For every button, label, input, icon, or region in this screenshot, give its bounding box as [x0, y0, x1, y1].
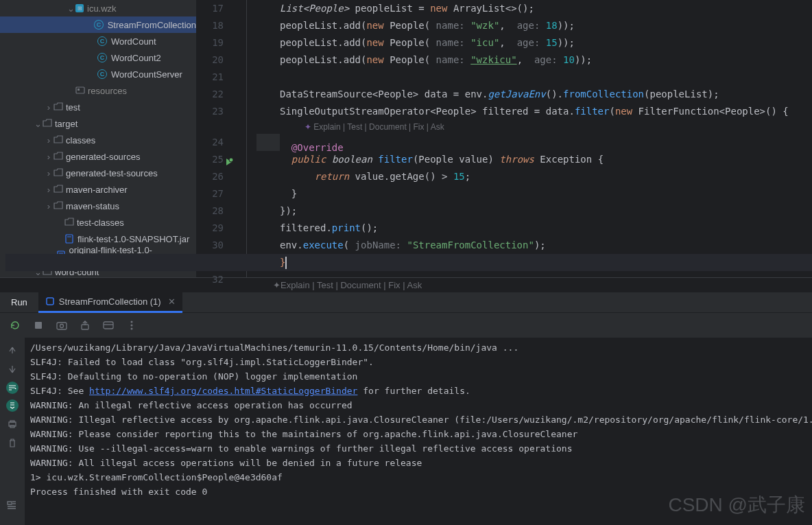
wrap-icon[interactable]: [6, 382, 19, 394]
fold-bar: [236, 0, 247, 277]
svg-rect-9: [57, 323, 67, 329]
tree-label: generated-sources: [66, 152, 140, 162]
layout-icon[interactable]: [102, 318, 115, 332]
chevron-right-icon: ›: [44, 168, 53, 178]
line-gutter: 17181920212223242526272829303132: [196, 0, 236, 277]
folder-icon: [53, 201, 63, 211]
run-tab-label: StreamFromCollection (1): [59, 296, 161, 307]
tree-item-generated-test-sources[interactable]: ›generated-test-sources: [0, 165, 196, 181]
console-line: WARNING: Use --illegal-access=warn to en…: [30, 441, 812, 456]
package-icon: ⊞: [75, 4, 84, 12]
rerun-button[interactable]: [8, 318, 22, 332]
inline-ai-lens[interactable]: ✦ Explain | Test | Document | Fix | Ask: [280, 120, 812, 134]
class-icon: C: [97, 53, 107, 62]
class-icon: C: [94, 20, 104, 30]
close-icon[interactable]: ✕: [168, 296, 176, 307]
tree-label: target: [55, 119, 77, 129]
down-arrow-icon[interactable]: [5, 362, 19, 376]
tree-item-wordcountserver[interactable]: CWordCountServer: [0, 66, 196, 82]
project-tree[interactable]: ⌄⊞icu.wzkCStreamFromCollectionCWordCount…: [0, 0, 196, 277]
tree-label: generated-test-sources: [66, 168, 158, 178]
tree-label: test: [66, 102, 80, 113]
tree-label: WordCount2: [111, 53, 161, 63]
svg-rect-7: [47, 298, 53, 305]
console-line: SLF4J: Defaulting to no-operation (NOP) …: [30, 369, 812, 384]
folder-icon: [43, 119, 52, 129]
code-editor[interactable]: 17181920212223242526272829303132 List<Pe…: [196, 0, 812, 277]
tree-label: resources: [88, 86, 127, 96]
chevron-right-icon: ›: [44, 185, 53, 194]
svg-rect-2: [66, 235, 73, 243]
tree-item-target[interactable]: ⌄target: [0, 115, 196, 132]
tree-label: maven-archiver: [66, 185, 128, 195]
tree-label: maven-status: [66, 201, 119, 211]
tree-item-generated-sources[interactable]: ›generated-sources: [0, 148, 196, 165]
folder-icon: [64, 218, 74, 228]
svg-point-14: [131, 321, 133, 323]
export-icon[interactable]: [78, 318, 92, 332]
tree-item-streamfromcollection[interactable]: CStreamFromCollection: [0, 16, 196, 33]
tree-label: test-classes: [77, 218, 124, 228]
console-line: WARNING: An illegal reflective access op…: [30, 398, 812, 412]
tree-label: icu.wzk: [87, 3, 117, 14]
console-output[interactable]: /Users/wuzikang/Library/Java/JavaVirtual…: [25, 338, 812, 525]
console-line: WARNING: All illegal access operations w…: [30, 456, 812, 470]
svg-point-15: [131, 325, 133, 327]
svg-rect-11: [82, 325, 88, 329]
run-tool-window: Run StreamFromCollection (1) ✕: [0, 292, 812, 525]
console-line: SLF4J: See http://www.slf4j.org/codes.ht…: [30, 384, 812, 398]
tree-item-wordcount[interactable]: CWordCount: [0, 33, 196, 49]
jar-icon: [64, 234, 74, 244]
application-icon: [45, 296, 55, 306]
tree-item-test-classes[interactable]: test-classes: [0, 214, 196, 231]
svg-point-16: [131, 328, 133, 330]
print-icon[interactable]: [5, 417, 19, 431]
tree-item-maven-status[interactable]: ›maven-status: [0, 198, 196, 214]
svg-point-10: [60, 325, 64, 328]
tree-item-maven-archiver[interactable]: ›maven-archiver: [0, 181, 196, 198]
folder-icon: [53, 168, 63, 178]
tree-item-wordcount2[interactable]: CWordCount2: [0, 49, 196, 66]
console-line: Process finished with exit code 0: [30, 485, 812, 499]
class-icon: C: [97, 69, 107, 79]
chevron-down-icon: ⌄: [66, 3, 75, 13]
up-arrow-icon[interactable]: [5, 343, 19, 357]
scroll-icon[interactable]: [6, 399, 19, 412]
camera-icon[interactable]: [55, 318, 69, 332]
more-icon[interactable]: [125, 318, 139, 332]
tree-item-test[interactable]: ›test: [0, 99, 196, 115]
stop-button[interactable]: [32, 318, 45, 332]
tree-item-icu-wzk[interactable]: ⌄⊞icu.wzk: [0, 0, 196, 16]
chevron-right-icon: ›: [44, 102, 53, 112]
console-line: /Users/wuzikang/Library/Java/JavaVirtual…: [30, 340, 812, 355]
slf4j-link[interactable]: http://www.slf4j.org/codes.html#StaticLo…: [89, 386, 357, 396]
tree-label: flink-test-1.0-SNAPSHOT.jar: [77, 234, 189, 244]
svg-point-6: [229, 158, 233, 162]
bottom-left-icon[interactable]: [5, 500, 18, 514]
chevron-down-icon: ⌄: [33, 119, 43, 128]
run-tab[interactable]: StreamFromCollection (1) ✕: [38, 292, 182, 313]
svg-rect-12: [104, 322, 113, 329]
tree-label: classes: [66, 135, 95, 145]
chevron-right-icon: ›: [44, 152, 53, 161]
folder-icon: [53, 152, 63, 162]
run-label: Run: [0, 297, 38, 307]
run-tabs: Run StreamFromCollection (1) ✕: [0, 292, 812, 313]
class-icon: C: [97, 36, 107, 46]
tree-label: WordCountServer: [111, 69, 182, 80]
folder-icon: [53, 135, 63, 145]
svg-rect-1: [77, 89, 80, 91]
folder-icon: [53, 185, 63, 195]
console-line: SLF4J: Failed to load class "org.slf4j.i…: [30, 355, 812, 369]
tree-item-resources[interactable]: resources: [0, 82, 196, 99]
svg-rect-0: [76, 87, 84, 93]
trash-icon[interactable]: [5, 436, 19, 450]
tree-item-classes[interactable]: ›classes: [0, 132, 196, 148]
svg-rect-18: [10, 421, 14, 422]
run-toolbar: [0, 313, 812, 338]
tree-label: StreamFromCollection: [108, 20, 196, 30]
tree-label: WordCount: [111, 36, 156, 47]
run-gutter-icon[interactable]: [225, 154, 233, 172]
chevron-right-icon: ›: [44, 201, 53, 211]
resources-icon: [75, 86, 85, 96]
